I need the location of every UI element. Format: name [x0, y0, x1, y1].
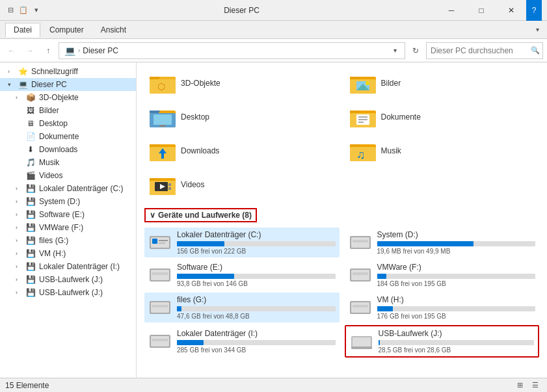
maximize-button[interactable]: □: [466, 0, 496, 21]
view-controls: ⊞ ☰: [513, 380, 542, 391]
drive-item-h[interactable]: VM (H:) 176 GB frei von 195 GB: [345, 293, 540, 322]
drive-i-sidebar-icon: 💾: [25, 262, 36, 271]
sidebar-item-schnellzugriff[interactable]: › ⭐ Schnellzugriff: [0, 65, 136, 78]
sidebar-label-drive-f: VMWare (F:): [39, 223, 131, 232]
sidebar-item-bilder[interactable]: 🖼 Bilder: [0, 104, 136, 117]
expand-arrow-icon: ›: [16, 94, 22, 101]
drive-e-bar-bg: [177, 274, 336, 279]
address-path[interactable]: 💻 › Dieser PC ▾: [59, 42, 405, 59]
drive-e-name: Software (E:): [177, 263, 336, 272]
drive-f-icon: [349, 266, 372, 284]
ribbon-expand-icon[interactable]: ▾: [533, 23, 542, 36]
sidebar-item-usb-j1[interactable]: › 💾 USB-Laufwerk (J:): [0, 273, 136, 286]
back-button[interactable]: ←: [4, 43, 20, 59]
usb-j2-sidebar-icon: 💾: [25, 288, 36, 297]
svg-marker-13: [150, 111, 160, 113]
tab-datei[interactable]: Datei: [5, 23, 40, 37]
sidebar-item-drive-g[interactable]: › 💾 files (G:): [0, 234, 136, 247]
search-box[interactable]: 🔍: [426, 42, 543, 59]
folder-dokumente[interactable]: Dokumente: [345, 101, 540, 133]
folder-bilder[interactable]: Bilder: [345, 68, 540, 99]
drive-item-d[interactable]: System (D:) 19,6 MB frei von 49,9 MB: [345, 228, 540, 257]
svg-marker-7: [350, 77, 360, 79]
devices-section-title: Geräte und Laufwerke (8): [158, 211, 252, 220]
drive-item-g[interactable]: files (G:) 47,6 GB frei von 48,8 GB: [144, 293, 340, 322]
svg-rect-40: [152, 239, 157, 244]
folder-name-desktop: Desktop: [181, 112, 209, 122]
drive-item-e[interactable]: Software (E:) 93,8 GB frei von 146 GB: [144, 260, 340, 290]
sidebar-item-dokumente[interactable]: 📄 Dokumente: [0, 130, 136, 143]
svg-text:⬡: ⬡: [157, 81, 165, 92]
drive-item-f[interactable]: VMWare (F:) 184 GB frei von 195 GB: [345, 260, 540, 290]
drive-h-name: VM (H:): [377, 295, 536, 304]
sidebar-item-drive-c[interactable]: › 💾 Lokaler Datenträger (C:): [0, 182, 136, 195]
svg-rect-36: [168, 183, 171, 186]
expand-arrow-icon: ›: [16, 224, 22, 231]
schnellzugriff-icon: ⭐: [17, 67, 29, 76]
svg-rect-15: [159, 125, 166, 127]
drive-c-info: Lokaler Datenträger (C:) 156 GB frei von…: [177, 230, 336, 255]
tab-ansicht[interactable]: Ansicht: [93, 23, 134, 37]
drive-h-sidebar-icon: 💾: [25, 249, 36, 258]
sidebar-item-drive-d[interactable]: › 💾 System (D:): [0, 195, 136, 208]
drive-c-name: Lokaler Datenträger (C:): [177, 230, 336, 239]
forward-button[interactable]: →: [22, 43, 38, 59]
svg-rect-57: [353, 305, 368, 307]
drive-c-bar-fill: [177, 241, 224, 246]
drive-g-info: files (G:) 47,6 GB frei von 48,8 GB: [177, 295, 336, 320]
drive-j-bar-fill: [379, 340, 380, 345]
section-chevron-icon: ∨: [150, 211, 155, 220]
drive-item-i[interactable]: Lokaler Datenträger (I:) 285 GB frei von…: [144, 325, 340, 358]
sidebar-item-drive-h[interactable]: › 💾 VM (H:): [0, 247, 136, 260]
sidebar-item-downloads[interactable]: ⬇ Downloads: [0, 143, 136, 156]
up-button[interactable]: ↑: [40, 43, 56, 59]
search-input[interactable]: [431, 46, 528, 55]
sidebar-label-drive-i: Lokaler Datenträger (I:): [39, 262, 131, 271]
close-button[interactable]: ✕: [496, 0, 526, 21]
address-dropdown-icon[interactable]: ▾: [391, 46, 399, 55]
sidebar-item-usb-j2[interactable]: › 💾 USB-Laufwerk (J:): [0, 286, 136, 299]
folder-downloads-icon: [150, 139, 176, 163]
dieser-pc-icon: 💻: [17, 80, 29, 89]
svg-marker-18: [350, 111, 360, 113]
sidebar-item-videos[interactable]: 🎬 Videos: [0, 169, 136, 182]
folder-videos[interactable]: Videos: [144, 169, 340, 200]
help-button[interactable]: ?: [526, 0, 542, 21]
view-details-icon[interactable]: ☰: [529, 380, 542, 391]
view-large-icon[interactable]: ⊞: [513, 380, 526, 391]
search-icon: 🔍: [531, 46, 540, 55]
drive-e-icon: [148, 266, 172, 284]
folder-3d-objekte[interactable]: ⬡ 3D-Objekte: [144, 68, 340, 99]
app-icon-dropdown[interactable]: ▾: [31, 5, 42, 16]
svg-rect-45: [353, 240, 368, 242]
drive-f-name: VMWare (F:): [377, 263, 536, 272]
sidebar-label-usb-j1: USB-Laufwerk (J:): [39, 275, 131, 284]
address-chevron: ›: [78, 47, 80, 54]
folder-desktop[interactable]: Desktop: [144, 101, 340, 133]
minimize-button[interactable]: ─: [436, 0, 466, 21]
tab-computer[interactable]: Computer: [42, 23, 92, 37]
sidebar-item-desktop[interactable]: 🖥 Desktop: [0, 117, 136, 130]
refresh-button[interactable]: ↻: [408, 43, 423, 59]
drive-f-bar-bg: [377, 274, 536, 279]
drive-i-name: Lokaler Datenträger (I:): [177, 329, 336, 338]
drive-e-free: 93,8 GB frei von 146 GB: [177, 280, 336, 287]
svg-marker-3: [150, 77, 160, 79]
drive-c-sidebar-icon: 💾: [25, 184, 36, 193]
drive-f-sidebar-icon: 💾: [25, 223, 36, 232]
sidebar-label-bilder: Bilder: [39, 106, 131, 115]
sidebar-item-dieser-pc[interactable]: ▾ 💻 Dieser PC: [0, 78, 136, 91]
drive-item-c[interactable]: Lokaler Datenträger (C:) 156 GB frei von…: [144, 228, 340, 257]
svg-rect-48: [152, 272, 168, 275]
drive-h-info: VM (H:) 176 GB frei von 195 GB: [377, 295, 536, 320]
sidebar-item-drive-i[interactable]: › 💾 Lokaler Datenträger (I:): [0, 260, 136, 273]
folder-name-videos: Videos: [181, 180, 204, 189]
sidebar-item-3d-objekte[interactable]: › 📦 3D-Objekte: [0, 91, 136, 104]
sidebar-item-musik[interactable]: 🎵 Musik: [0, 156, 136, 169]
app-icon-1: ⊟: [5, 5, 16, 16]
sidebar-item-drive-f[interactable]: › 💾 VMWare (F:): [0, 221, 136, 234]
folder-musik[interactable]: ♫ Musik: [345, 135, 540, 166]
drive-item-j[interactable]: USB-Laufwerk (J:) 28,5 GB frei von 28,6 …: [345, 325, 540, 358]
sidebar-item-drive-e[interactable]: › 💾 Software (E:): [0, 208, 136, 221]
folder-downloads[interactable]: Downloads: [144, 135, 340, 166]
